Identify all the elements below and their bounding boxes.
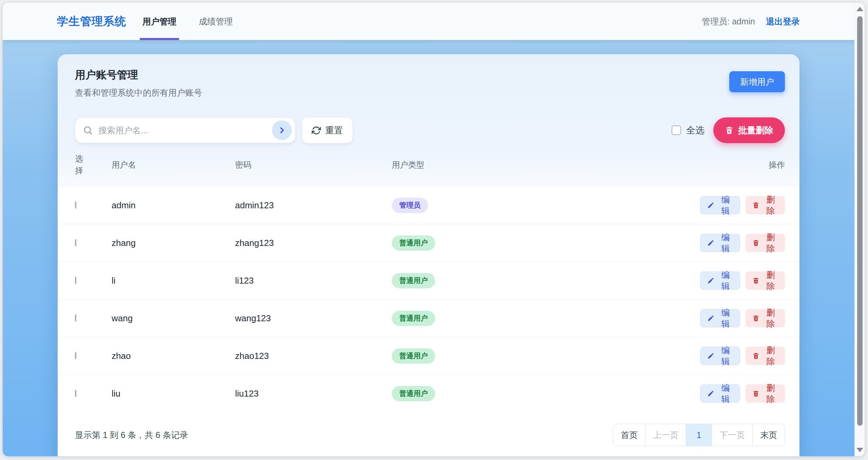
delete-button[interactable]: 删除 (746, 234, 785, 252)
pagination-page-1[interactable]: 1 (686, 424, 712, 446)
table-header-row: 选择 用户名 密码 用户类型 操作 (58, 143, 799, 186)
cell-password: wang123 (235, 313, 392, 324)
delete-button[interactable]: 删除 (746, 384, 785, 403)
pagination-next[interactable]: 下一页 (712, 424, 752, 446)
scrollbar-up-arrow-icon[interactable] (856, 7, 863, 11)
pencil-icon (707, 352, 714, 360)
select-all-label: 全选 (686, 124, 705, 136)
card-header-text: 用户账号管理 查看和管理系统中的所有用户账号 (75, 68, 202, 98)
delete-button-label: 删除 (763, 307, 778, 329)
edit-button[interactable]: 编辑 (700, 347, 740, 365)
row-checkbox[interactable] (75, 202, 76, 209)
pagination-first[interactable]: 首页 (613, 424, 645, 446)
cell-username: zhang (112, 238, 235, 248)
tab-grade-management-label: 成绩管理 (199, 16, 233, 27)
card-header: 用户账号管理 查看和管理系统中的所有用户账号 新增用户 (58, 54, 799, 98)
page-title: 用户账号管理 (75, 68, 202, 82)
pagination-last[interactable]: 末页 (752, 424, 785, 446)
edit-button[interactable]: 编辑 (700, 234, 740, 252)
header-password: 密码 (235, 159, 392, 170)
navbar: 学生管理系统 用户管理 成绩管理 管理员: admin 退出登录 (3, 3, 865, 40)
refresh-icon (312, 126, 321, 135)
scrollbar[interactable] (854, 3, 865, 456)
logout-link[interactable]: 退出登录 (766, 16, 800, 27)
header-username: 用户名 (112, 159, 235, 170)
select-all-checkbox[interactable] (672, 126, 681, 135)
edit-button[interactable]: 编辑 (700, 196, 740, 214)
trash-icon (752, 239, 759, 247)
page-background: 用户账号管理 查看和管理系统中的所有用户账号 新增用户 (3, 40, 865, 456)
user-type-badge: 普通用户 (392, 348, 435, 364)
reset-button[interactable]: 重置 (302, 117, 352, 143)
cell-username: liu (112, 388, 235, 399)
delete-button[interactable]: 删除 (746, 271, 785, 290)
table-row: wang wang123 普通用户 编辑 删除 (58, 299, 799, 337)
trash-icon (725, 126, 734, 135)
cell-password: zhang123 (235, 238, 392, 248)
cell-password: liu123 (235, 388, 392, 399)
edit-button-label: 编辑 (718, 345, 733, 367)
cell-username: admin (112, 200, 235, 211)
search-submit-button[interactable] (272, 120, 292, 140)
cell-password: admin123 (235, 200, 392, 211)
delete-button-label: 删除 (763, 232, 778, 254)
row-checkbox[interactable] (75, 390, 76, 397)
tab-user-management-label: 用户管理 (142, 16, 176, 27)
user-type-badge: 普通用户 (392, 386, 435, 401)
delete-button-label: 删除 (763, 382, 778, 405)
trash-icon (752, 389, 759, 398)
user-type-badge: 普通用户 (392, 235, 435, 251)
edit-button-label: 编辑 (718, 232, 733, 254)
users-table: 选择 用户名 密码 用户类型 操作 admin admin123 管理员 编辑 … (58, 143, 799, 412)
search-box (75, 117, 295, 143)
row-checkbox[interactable] (75, 277, 76, 284)
tab-grade-management[interactable]: 成绩管理 (196, 3, 235, 40)
table-row: zhang zhang123 普通用户 编辑 删除 (58, 224, 799, 262)
cell-username: wang (112, 313, 235, 324)
cell-password: zhao123 (235, 351, 392, 361)
header-actions: 操作 (700, 159, 785, 170)
user-management-card: 用户账号管理 查看和管理系统中的所有用户账号 新增用户 (58, 54, 799, 456)
trash-icon (752, 276, 759, 285)
edit-button[interactable]: 编辑 (700, 309, 740, 327)
table-row: li li123 普通用户 编辑 删除 (58, 262, 799, 299)
row-checkbox[interactable] (75, 314, 76, 322)
page-subtitle: 查看和管理系统中的所有用户账号 (75, 87, 202, 98)
user-type-badge: 管理员 (392, 198, 428, 213)
delete-button[interactable]: 删除 (746, 347, 785, 365)
trash-icon (752, 201, 759, 209)
delete-button-label: 删除 (763, 269, 778, 292)
user-type-badge: 普通用户 (392, 273, 435, 288)
add-user-button[interactable]: 新增用户 (729, 71, 785, 92)
row-checkbox[interactable] (75, 352, 76, 359)
delete-button-label: 删除 (763, 345, 778, 367)
batch-delete-label: 批量删除 (738, 124, 773, 136)
trash-icon (752, 352, 759, 360)
pencil-icon (707, 201, 714, 209)
row-checkbox[interactable] (75, 239, 76, 246)
toolbar: 重置 全选 批量删除 (58, 117, 799, 143)
trash-icon (752, 314, 759, 322)
scrollbar-down-arrow-icon[interactable] (856, 448, 863, 452)
pagination: 首页 上一页 1 下一页 末页 (613, 424, 785, 446)
pencil-icon (707, 239, 714, 247)
edit-button[interactable]: 编辑 (700, 384, 740, 403)
search-input[interactable] (98, 126, 272, 135)
pagination-prev[interactable]: 上一页 (645, 424, 686, 446)
cell-password: li123 (235, 275, 392, 286)
delete-button[interactable]: 删除 (746, 196, 785, 214)
records-summary: 显示第 1 到 6 条，共 6 条记录 (75, 429, 188, 441)
pencil-icon (707, 389, 714, 398)
delete-button-label: 删除 (763, 194, 778, 216)
header-select: 选择 (75, 153, 112, 177)
delete-button[interactable]: 删除 (746, 309, 785, 327)
card-footer: 显示第 1 到 6 条，共 6 条记录 首页 上一页 1 下一页 末页 (58, 424, 799, 446)
logged-in-user-label: 管理员: admin (702, 16, 755, 27)
tab-user-management[interactable]: 用户管理 (140, 3, 179, 40)
table-row: zhao zhao123 普通用户 编辑 删除 (58, 337, 799, 375)
app-brand[interactable]: 学生管理系统 (57, 14, 126, 29)
user-type-badge: 普通用户 (392, 311, 435, 326)
edit-button[interactable]: 编辑 (700, 271, 740, 290)
scrollbar-thumb[interactable] (857, 16, 863, 426)
batch-delete-button[interactable]: 批量删除 (713, 117, 785, 143)
